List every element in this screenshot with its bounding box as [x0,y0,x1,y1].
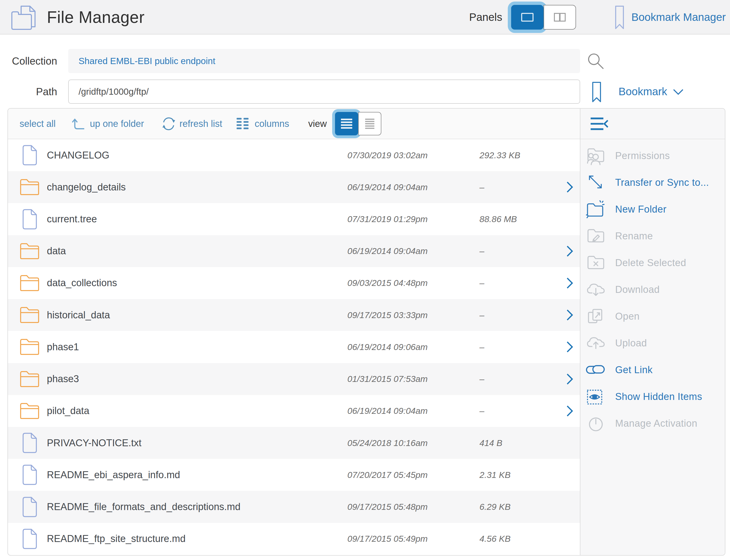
chevron-right-icon[interactable] [566,181,574,193]
file-icon [20,496,40,518]
folder-row[interactable]: historical_data09/17/2015 03:33pm– [8,299,580,331]
sidebar-item-get-link[interactable]: Get Link [580,356,725,383]
folder-row[interactable]: changelog_details06/19/2014 09:04am– [8,171,580,203]
sidebar-item-label: Rename [615,231,653,242]
file-list: CHANGELOG07/30/2019 03:02am292.33 KBchan… [8,139,580,555]
rename-icon [585,225,607,247]
chevron-right-icon[interactable] [566,309,574,321]
up-one-folder-icon[interactable] [71,117,86,131]
file-list-panel: select all up one folder refresh list co… [8,109,580,555]
sidebar-item-transfer-or-sync-to[interactable]: Transfer or Sync to... [580,169,725,196]
folder-row[interactable]: data06/19/2014 09:04am– [8,235,580,267]
collection-value: Shared EMBL-EBI public endpoint [79,56,215,66]
up-one-folder-button[interactable]: up one folder [90,109,144,139]
sidebar-item-upload: Upload [580,330,725,356]
file-size: – [480,395,484,427]
folder-row[interactable]: phase301/31/2015 07:53am– [8,363,580,395]
file-size: – [480,171,484,203]
panels-toggle [511,5,576,30]
sidebar-item-delete-selected: Delete Selected [580,249,725,276]
file-row[interactable]: PRIVACY-NOTICE.txt05/24/2018 10:16am414 … [8,427,580,459]
bookmark-dropdown[interactable]: Bookmark [619,80,667,104]
file-size: – [480,363,484,395]
refresh-list-button[interactable]: refresh list [179,109,222,139]
folder-icon [20,403,40,419]
sidebar-item-permissions: Permissions [580,142,725,169]
file-size: 4.56 KB [480,523,511,555]
compact-view-icon [365,119,375,129]
panels-label: Panels [469,0,502,34]
list-view-button[interactable] [335,112,358,135]
file-row[interactable]: README_file_formats_and_descriptions.md0… [8,491,580,523]
sidebar-item-download: Download [580,276,725,303]
sidebar-item-label: Upload [615,338,647,349]
chevron-right-icon[interactable] [566,245,574,257]
file-size: – [480,299,484,331]
delete-icon [585,252,607,274]
file-row[interactable]: README_ebi_aspera_info.md07/20/2017 05:4… [8,459,580,491]
file-name: data_collections [47,267,117,299]
file-name: historical_data [47,299,110,331]
bookmark-manager-icon [615,6,624,29]
path-value: /gridftp/1000g/ftp/ [79,86,149,97]
file-icon [20,528,40,549]
actions-menu: PermissionsTransfer or Sync to...New Fol… [580,139,725,437]
sidebar-item-label: Permissions [615,150,670,161]
file-name: current.tree [47,203,97,235]
chevron-down-icon[interactable] [673,88,684,96]
compact-view-button[interactable] [358,112,382,135]
chevron-right-icon[interactable] [566,341,574,353]
file-icon [20,432,40,453]
file-name: phase1 [47,331,79,363]
file-size: – [480,267,484,299]
transfer-icon [585,172,607,193]
sidebar-item-new-folder[interactable]: New Folder [580,196,725,223]
select-all-button[interactable]: select all [20,109,56,139]
manage-activation-icon [585,413,607,434]
bookmark-manager-link[interactable]: Bookmark Manager [631,0,726,34]
columns-button[interactable]: columns [255,109,289,139]
file-date: 07/30/2019 03:02am [347,139,428,171]
folder-row[interactable]: phase106/19/2014 09:06am– [8,331,580,363]
collection-input[interactable]: Shared EMBL-EBI public endpoint [68,49,580,73]
collection-label: Collection [0,49,57,73]
folder-row[interactable]: data_collections09/03/2015 04:48pm– [8,267,580,299]
file-date: 07/31/2019 01:29pm [347,203,428,235]
file-name: phase3 [47,363,79,395]
chevron-right-icon[interactable] [566,373,574,385]
sidebar-item-show-hidden-items[interactable]: Show Hidden Items [580,383,725,410]
columns-icon[interactable] [236,117,249,130]
file-row[interactable]: current.tree07/31/2019 01:29pm88.86 MB [8,203,580,235]
download-icon [585,279,607,300]
dual-panel-icon [554,13,566,22]
file-name: CHANGELOG [47,139,109,171]
file-row[interactable]: README_ftp_site_structure.md09/17/2015 0… [8,523,580,555]
sidebar-item-manage-activation: Manage Activation [580,410,725,437]
file-name: data [47,235,66,267]
path-input[interactable]: /gridftp/1000g/ftp/ [68,80,580,104]
collapse-sidebar-icon[interactable] [590,117,609,131]
chevron-right-icon[interactable] [566,405,574,417]
file-icon [20,464,40,485]
file-row[interactable]: CHANGELOG07/30/2019 03:02am292.33 KB [8,139,580,171]
dual-panel-button[interactable] [544,5,576,30]
sidebar-item-label: Show Hidden Items [615,391,702,402]
chevron-right-icon[interactable] [566,277,574,289]
folder-icon [20,339,40,355]
file-size: 292.33 KB [480,139,520,171]
upload-icon [585,332,607,354]
folder-icon [20,243,40,259]
file-size: – [480,331,484,363]
file-name: README_file_formats_and_descriptions.md [47,491,240,523]
sidebar-item-label: Delete Selected [615,257,686,268]
refresh-icon[interactable] [161,116,176,131]
sidebar-item-label: Transfer or Sync to... [615,177,709,188]
sidebar-header [580,109,725,139]
folder-row[interactable]: pilot_data06/19/2014 09:04am– [8,395,580,427]
new-folder-icon [585,198,607,220]
folder-icon [20,179,40,195]
file-name: README_ftp_site_structure.md [47,523,186,555]
single-panel-button[interactable] [511,5,544,30]
search-icon[interactable] [588,53,605,71]
file-date: 06/19/2014 09:06am [347,331,428,363]
